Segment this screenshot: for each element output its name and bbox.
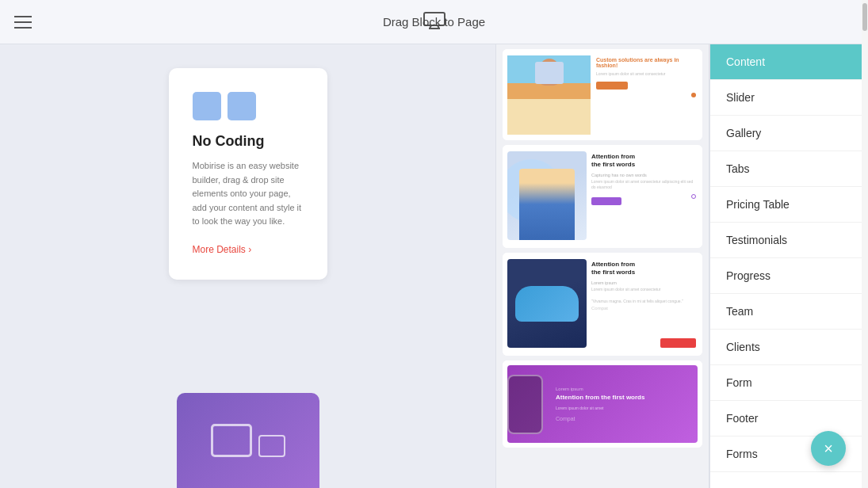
bottom-feature-card bbox=[177, 393, 319, 488]
preview-text-2: Attention fromthe first words Capturing … bbox=[591, 153, 698, 205]
preview-btn-1 bbox=[596, 82, 628, 90]
preview-logo-3: Compat bbox=[591, 306, 698, 311]
preview-body-2: Lorem ipsum dolor sit amet consectetur a… bbox=[591, 179, 698, 191]
preview-body-4: Lorem ipsum dolor sit amet bbox=[556, 406, 691, 412]
preview-photo-2 bbox=[507, 151, 587, 240]
category-item-gallery[interactable]: Gallery bbox=[710, 116, 868, 151]
preview-image-2: Attention fromthe first words Capturing … bbox=[503, 145, 702, 248]
hamburger-menu[interactable] bbox=[0, 16, 32, 29]
preview-image-3: Attention fromthe first words Lorem ipsu… bbox=[503, 253, 702, 356]
right-scrollbar-track bbox=[862, 44, 868, 488]
preview-sub-2: Capturing has no own words bbox=[591, 173, 698, 177]
preview-body-1: Lorem ipsum dolor sit amet consectetur bbox=[596, 71, 698, 78]
preview-btn-2 bbox=[591, 197, 621, 205]
close-icon: × bbox=[824, 440, 833, 456]
feature-card-title: No Coding bbox=[193, 133, 304, 150]
preview-photo-1 bbox=[507, 55, 591, 135]
preview-logo-4: Compat bbox=[556, 416, 691, 421]
feature-card-icons bbox=[193, 92, 304, 120]
preview-body-3: Lorem ipsum dolor sit amet consectetur bbox=[591, 287, 698, 293]
category-item-form[interactable]: Form bbox=[710, 365, 868, 401]
category-item-footer[interactable]: Footer bbox=[710, 401, 868, 437]
block-preview-1[interactable]: Custom solutions are always in fashion! … bbox=[503, 49, 702, 140]
left-panel: No Coding Mobirise is an easy website bu… bbox=[0, 44, 495, 488]
preview-text-4: Lorem ipsum Attention from the first wor… bbox=[549, 380, 698, 428]
category-item-progress[interactable]: Progress bbox=[710, 258, 868, 294]
category-item-testimonials[interactable]: Testimonials bbox=[710, 223, 868, 258]
middle-scrollbar bbox=[496, 44, 503, 488]
main-area: No Coding Mobirise is an easy website bu… bbox=[0, 44, 868, 488]
preview-badge-1: Custom solutions are always in fashion! bbox=[596, 57, 698, 68]
block-preview-2[interactable]: Attention fromthe first words Capturing … bbox=[503, 145, 702, 248]
feature-card: No Coding Mobirise is an easy website bu… bbox=[169, 68, 327, 280]
more-details-link[interactable]: More Details › bbox=[193, 244, 252, 255]
preview-phone-4 bbox=[507, 375, 543, 434]
preview-photo-3 bbox=[507, 259, 587, 348]
categories-panel: ContentSliderGalleryTabsPricing TableTes… bbox=[709, 44, 868, 488]
category-item-pricing-table[interactable]: Pricing Table bbox=[710, 187, 868, 223]
preview-image-4: Lorem ipsum Attention from the first wor… bbox=[503, 360, 702, 448]
feature-icon-1 bbox=[193, 92, 221, 120]
category-item-team[interactable]: Team bbox=[710, 294, 868, 330]
preview-dot-1 bbox=[691, 93, 696, 97]
preview-btn-3 bbox=[660, 338, 696, 348]
preview-image-1: Custom solutions are always in fashion! … bbox=[503, 49, 702, 140]
preview-sub-3: Lorem ipsum bbox=[591, 280, 698, 285]
preview-dot-2 bbox=[691, 194, 696, 199]
feature-icon-2 bbox=[228, 92, 256, 120]
arrow-icon: › bbox=[248, 244, 251, 255]
top-bar: Drag Block to Page bbox=[0, 0, 868, 44]
category-item-content[interactable]: Content bbox=[710, 44, 868, 80]
preview-quote-3: "Vivamus magna. Cras in mi at felis aliq… bbox=[591, 299, 698, 303]
preview-sub-4: Lorem ipsum bbox=[556, 387, 691, 391]
block-preview-4[interactable]: Lorem ipsum Attention from the first wor… bbox=[503, 360, 702, 448]
preview-text-1: Custom solutions are always in fashion! … bbox=[596, 57, 698, 90]
monitor-frame-icon bbox=[211, 424, 252, 457]
block-preview-3[interactable]: Attention fromthe first words Lorem ipsu… bbox=[503, 253, 702, 356]
category-item-tabs[interactable]: Tabs bbox=[710, 151, 868, 187]
category-item-clients[interactable]: Clients bbox=[710, 330, 868, 365]
preview-title-2: Attention fromthe first words bbox=[591, 153, 698, 170]
feature-card-description: Mobirise is an easy website builder, dra… bbox=[193, 159, 304, 229]
close-fab-button[interactable]: × bbox=[811, 431, 846, 466]
preview-title-3: Attention fromthe first words bbox=[591, 261, 698, 277]
preview-inner-4: Lorem ipsum Attention from the first wor… bbox=[507, 365, 698, 443]
tablet-frame-icon bbox=[258, 435, 285, 457]
category-item-slider[interactable]: Slider bbox=[710, 80, 868, 116]
block-previews-panel[interactable]: Custom solutions are always in fashion! … bbox=[495, 44, 709, 488]
drag-block-label: Drag Block to Page bbox=[383, 15, 485, 29]
preview-text-3: Attention fromthe first words Lorem ipsu… bbox=[591, 261, 698, 311]
preview-title-4: Attention from the first words bbox=[556, 394, 691, 402]
